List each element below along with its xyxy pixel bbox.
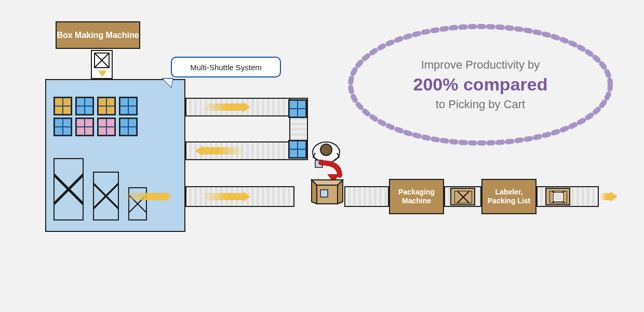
flow-arrow-right-icon <box>202 103 244 111</box>
flow-arrow-right-icon <box>600 193 611 200</box>
multi-shuttle-callout: Multi-Shuttle System <box>171 57 281 77</box>
callout-text: Multi-Shuttle System <box>190 63 262 72</box>
svg-marker-6 <box>312 180 343 185</box>
bin-on-conveyor <box>288 140 307 159</box>
pallet-large <box>53 158 84 220</box>
storage-bin <box>53 118 72 136</box>
open-carton-icon <box>310 178 344 209</box>
bin-on-conveyor <box>288 99 307 118</box>
diagram-stage: Box Making Machine Multi-Shuttle System <box>0 0 644 312</box>
storage-bin <box>119 97 138 115</box>
storage-bin <box>75 118 94 136</box>
badge-message: Improve Productivity by 200% compared to… <box>413 57 548 112</box>
callout-tail-icon <box>160 76 173 88</box>
storage-bin <box>75 97 94 115</box>
bin-row-2 <box>53 118 138 136</box>
storage-bin <box>119 118 138 136</box>
labeler-text: Labeler, Packing List <box>482 188 535 205</box>
carton-in-chute <box>94 53 110 68</box>
pallet-medium <box>93 172 119 220</box>
packaging-machine-label: Packaging Machine <box>389 179 444 214</box>
svg-rect-7 <box>320 190 328 197</box>
productivity-badge: Improve Productivity by 200% compared to… <box>343 20 618 150</box>
badge-line1: Improve Productivity by <box>421 58 540 71</box>
labeled-carton <box>545 188 570 205</box>
pallet-small <box>128 187 147 220</box>
conveyor-segment <box>344 186 389 207</box>
box-making-machine-label: Box Making Machine <box>56 21 140 49</box>
storage-bin <box>53 97 72 115</box>
closed-carton <box>450 188 475 205</box>
badge-line3: to Picking by Cart <box>436 98 525 111</box>
multi-shuttle-system <box>45 79 185 232</box>
badge-big: 200% compared <box>413 73 548 97</box>
flow-arrow-right-icon <box>123 193 166 200</box>
box-making-text: Box Making Machine <box>57 30 139 40</box>
labeler-label: Labeler, Packing List <box>481 179 536 214</box>
document-icon <box>553 192 564 202</box>
svg-point-1 <box>320 144 332 155</box>
chute-down-arrow-icon <box>98 71 106 77</box>
flow-arrow-right-icon <box>202 193 244 200</box>
packaging-text: Packaging Machine <box>390 188 443 205</box>
storage-bin <box>97 118 116 136</box>
storage-bin <box>97 97 116 115</box>
flow-arrow-left-icon <box>202 147 244 154</box>
bin-row-1 <box>53 97 138 115</box>
